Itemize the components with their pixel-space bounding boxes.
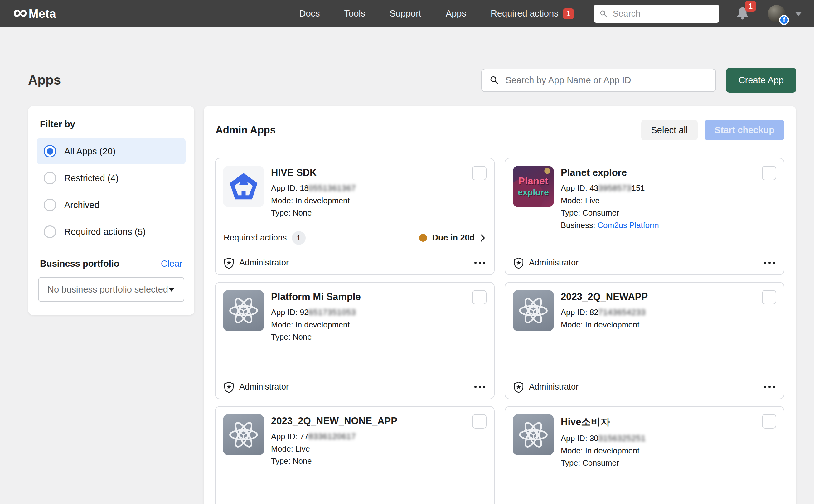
top-navigation-bar: ∞ Meta Docs Tools Support Apps Required … [0, 0, 814, 27]
admin-shield-icon [223, 381, 235, 393]
notifications-badge: 1 [745, 1, 756, 12]
nav-item-docs[interactable]: Docs [299, 8, 320, 19]
filter-option-label: Required actions (5) [64, 227, 146, 237]
app-cards-grid: HIVE SDK App ID: 180551361367 Mode: In d… [215, 158, 785, 504]
search-icon [599, 9, 608, 18]
radio-icon [44, 199, 56, 211]
card-menu-button[interactable] [473, 383, 487, 391]
app-select-checkbox[interactable] [762, 414, 776, 429]
hive-shield-icon [227, 170, 260, 203]
card-footer: Administrator [216, 251, 494, 274]
redacted-app-id: 7143654233 [598, 308, 646, 317]
app-mode-line: Mode: Live [561, 195, 755, 207]
card-footer: Administrator [505, 251, 784, 274]
admin-shield-icon [513, 257, 525, 269]
admin-shield-icon [223, 257, 235, 269]
app-icon-default [223, 414, 264, 455]
required-actions-badge: 1 [563, 8, 574, 19]
filter-option-restricted[interactable]: Restricted (4) [37, 165, 186, 191]
card-menu-button[interactable] [763, 259, 776, 267]
app-card-2023-2q-newapp[interactable]: 2023_2Q_NEWAPP App ID: 827143654233 Mode… [505, 282, 784, 399]
global-search-input[interactable] [612, 8, 714, 19]
app-icon-default [223, 290, 264, 331]
redacted-app-id: 3156325251 [598, 434, 646, 443]
role-label: Administrator [239, 382, 289, 392]
app-mode-line: Mode: In development [561, 445, 755, 457]
clear-link[interactable]: Clear [161, 259, 182, 269]
app-type-line: Type: Consumer [561, 207, 755, 219]
card-menu-button[interactable] [763, 383, 776, 391]
facebook-badge-icon: f [779, 15, 789, 25]
app-icon-hive-sdk [223, 166, 264, 207]
app-type-line: Type: None [271, 455, 465, 468]
app-id-line: App ID: 926517351053 [271, 306, 465, 319]
app-search-box[interactable] [481, 69, 716, 92]
global-search-box[interactable] [594, 5, 719, 23]
card-footer: Administrator [216, 499, 494, 504]
app-select-checkbox[interactable] [762, 290, 776, 304]
app-card-hive-consumer[interactable]: Hive소비자 App ID: 303156325251 Mode: In de… [505, 406, 784, 504]
required-actions-row[interactable]: Required actions 1 Due in 20d [216, 225, 494, 251]
chevron-right-icon [480, 233, 486, 243]
app-type-line: Type: Consumer [561, 457, 755, 469]
filter-option-label: Restricted (4) [64, 173, 119, 183]
nav-links: Docs Tools Support Apps Required actions… [299, 8, 574, 19]
nav-item-tools[interactable]: Tools [344, 8, 366, 19]
app-card-hive-sdk[interactable]: HIVE SDK App ID: 180551361367 Mode: In d… [215, 158, 495, 275]
nav-item-apps[interactable]: Apps [446, 8, 466, 19]
app-select-checkbox[interactable] [472, 290, 487, 304]
card-menu-button[interactable] [473, 259, 487, 267]
start-checkup-button[interactable]: Start checkup [705, 120, 784, 140]
due-label: Due in 20d [432, 233, 475, 243]
role-label: Administrator [529, 258, 579, 268]
profile-menu[interactable]: f [768, 5, 785, 22]
app-name: HIVE SDK [271, 167, 465, 178]
app-type-line: Type: None [271, 207, 465, 219]
app-id-line: App ID: 827143654233 [561, 306, 755, 319]
app-search-input[interactable] [505, 75, 708, 86]
app-id-line: App ID: 303156325251 [561, 432, 755, 445]
app-name: Planet explore [561, 167, 755, 178]
app-select-checkbox[interactable] [472, 414, 487, 429]
card-footer: Administrator [216, 375, 494, 399]
atom-icon [228, 295, 259, 326]
redacted-app-id: 0551361367 [309, 184, 356, 192]
chevron-down-icon [168, 288, 175, 292]
business-portfolio-select[interactable]: No business portfolio selected [38, 277, 184, 302]
redacted-app-id: 6517351053 [309, 308, 356, 317]
select-all-button[interactable]: Select all [641, 120, 698, 140]
admin-apps-panel: Admin Apps Select all Start checkup [204, 106, 796, 504]
app-icon-default [513, 290, 554, 331]
search-icon [489, 75, 499, 85]
app-business-line: Business: Com2us Platform [561, 219, 755, 232]
business-link[interactable]: Com2us Platform [598, 221, 659, 230]
notifications-button[interactable]: 1 [735, 6, 750, 22]
app-card-platform-mi-sample[interactable]: Platform Mi Sample App ID: 926517351053 … [215, 282, 495, 399]
app-mode-line: Mode: In development [271, 195, 465, 207]
nav-item-support[interactable]: Support [390, 8, 421, 19]
admin-shield-icon [513, 381, 525, 393]
filter-option-archived[interactable]: Archived [37, 192, 186, 218]
radio-selected-icon [44, 145, 56, 157]
create-app-button[interactable]: Create App [726, 68, 796, 93]
meta-logo[interactable]: ∞ Meta [13, 7, 56, 21]
app-card-planet-explore[interactable]: Planet explore Planet explore App ID: 43… [505, 158, 784, 275]
required-actions-count-badge: 1 [292, 231, 306, 245]
filter-option-all-apps[interactable]: All Apps (20) [37, 138, 186, 164]
app-mode-line: Mode: In development [271, 319, 465, 331]
app-name: Platform Mi Sample [271, 291, 465, 303]
app-id-line: App ID: 180551361367 [271, 182, 465, 195]
nav-item-required-actions[interactable]: Required actions 1 [491, 8, 574, 19]
business-portfolio-heading: Business portfolio [40, 259, 119, 269]
filter-option-required-actions[interactable]: Required actions (5) [37, 219, 186, 245]
meta-brand-name: Meta [29, 7, 56, 21]
business-portfolio-row: Business portfolio Clear [40, 259, 182, 269]
profile-caret-icon[interactable] [795, 12, 802, 16]
app-select-checkbox[interactable] [472, 166, 487, 180]
app-card-2023-2q-new-none-app[interactable]: 2023_2Q_NEW_NONE_APP App ID: 77833612061… [215, 406, 495, 504]
filter-heading: Filter by [37, 117, 186, 138]
app-name: Hive소비자 [561, 415, 755, 429]
app-icon-default [513, 414, 554, 455]
app-select-checkbox[interactable] [762, 166, 776, 180]
filter-option-label: Archived [64, 200, 99, 210]
